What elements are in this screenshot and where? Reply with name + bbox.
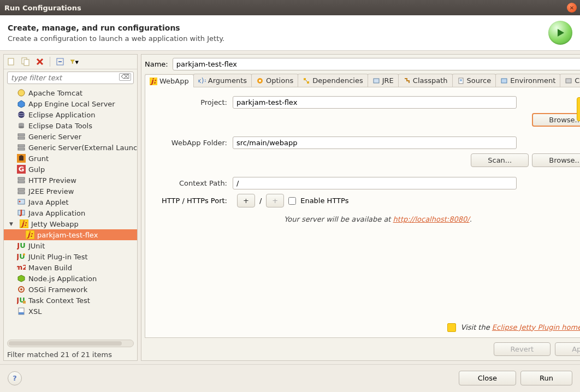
filter-input[interactable]: [7, 72, 134, 84]
tree-item-http-preview[interactable]: HTTP Preview: [4, 175, 137, 186]
tree-item-label: Java Applet: [28, 198, 69, 206]
tree-item-junit[interactable]: JUJUnit: [4, 240, 137, 251]
svg-point-39: [20, 288, 22, 290]
scrollbar[interactable]: [7, 340, 134, 347]
jetty-icon: j:: [20, 219, 28, 228]
tree-item-generic-server-external-launch-[interactable]: Generic Server(External Launch): [4, 142, 137, 153]
tab-icon-arguments: (x)=: [198, 77, 206, 85]
tab-label: Environment: [510, 76, 555, 85]
tab-icon-source: [457, 77, 465, 85]
svg-line-51: [306, 80, 307, 81]
tree-item-java-application[interactable]: JJava Application: [4, 207, 137, 218]
http-port-button[interactable]: +: [237, 194, 255, 207]
tree-item-eclipse-application[interactable]: Eclipse Application: [4, 109, 137, 120]
webapp-browse-button[interactable]: Browse...: [532, 153, 580, 167]
clear-filter-icon[interactable]: ⌫: [119, 73, 131, 81]
javaapp-icon: J: [17, 209, 26, 217]
svg-text:G: G: [19, 165, 25, 173]
tab-webapp[interactable]: j:WebApp: [145, 74, 194, 87]
name-input[interactable]: [173, 58, 580, 70]
tree-item-parkjam-test-flex[interactable]: j:parkjam-test-flex: [4, 229, 137, 240]
collapse-all-icon[interactable]: [56, 57, 64, 66]
homepage-link[interactable]: Eclipse Jetty Plugin homepage: [492, 323, 580, 331]
context-path-input[interactable]: [233, 177, 517, 189]
tree-item-label: Task Context Test: [28, 296, 90, 305]
tree-item-label: Eclipse Data Tools: [28, 122, 92, 130]
tab-label: Options: [266, 76, 293, 85]
config-tree[interactable]: Apache TomcatApp Engine Local ServerEcli…: [4, 86, 137, 338]
tab-source[interactable]: Source: [452, 74, 496, 87]
enable-https-checkbox[interactable]: [288, 197, 296, 205]
right-panel: Name: j:WebApp(x)=ArgumentsOptionsDepend…: [141, 54, 580, 361]
tree-item-j2ee-preview[interactable]: J2EE Preview: [4, 186, 137, 197]
tree-item-generic-server[interactable]: Generic Server: [4, 131, 137, 142]
tab-label: JRE: [382, 76, 394, 85]
project-browse-button[interactable]: Browse...: [532, 113, 580, 127]
tab-icon-webapp: j:: [150, 78, 157, 85]
tree-item-osgi-framework[interactable]: OSGi Framework: [4, 284, 137, 295]
scan-button[interactable]: Scan...: [471, 153, 529, 167]
svg-rect-50: [307, 81, 309, 84]
server-url-link[interactable]: http://localhost:8080/: [393, 215, 470, 223]
new-config-icon[interactable]: [7, 57, 16, 66]
help-button[interactable]: ?: [8, 371, 22, 385]
duplicate-config-icon[interactable]: [21, 57, 30, 66]
tree-item-label: Java Application: [28, 209, 85, 217]
tab-environment[interactable]: Environment: [495, 74, 560, 87]
tab-icon-common: [565, 77, 572, 85]
svg-text:j:: j:: [20, 219, 27, 228]
svg-marker-8: [18, 100, 25, 108]
tab-icon-dependencies: [303, 77, 310, 85]
tree-item-node-js-application[interactable]: Node.js Application: [4, 273, 137, 284]
tab-common[interactable]: Common: [560, 74, 580, 87]
tree-item-label: Apache Tomcat: [28, 89, 82, 97]
tree-item-jetty-webapp[interactable]: j:Jetty Webapp: [4, 218, 137, 229]
run-button[interactable]: Run: [520, 371, 572, 385]
tree-item-junit-plug-in-test[interactable]: JUJUnit Plug-in Test: [4, 251, 137, 262]
delete-config-icon[interactable]: [35, 57, 44, 66]
xsl-icon: [17, 307, 26, 316]
svg-point-13: [19, 126, 24, 128]
tab-classpath[interactable]: Classpath: [398, 74, 453, 87]
tab-options[interactable]: Options: [251, 74, 298, 87]
left-toolbar: ▾: [4, 55, 137, 69]
svg-text:JU: JU: [17, 241, 26, 250]
svg-rect-1: [8, 58, 14, 65]
server-icon: [17, 143, 26, 152]
tree-item-eclipse-data-tools[interactable]: Eclipse Data Tools: [4, 120, 137, 131]
homepage-message: Visit the Eclipse Jetty Plugin homepage.: [447, 323, 580, 332]
header-subtitle: Create a configuration to launch a web a…: [8, 34, 548, 43]
filter-icon[interactable]: ▾: [70, 57, 79, 66]
tab-bar: j:WebApp(x)=ArgumentsOptionsDependencies…: [145, 74, 580, 87]
tree-item-task-context-test[interactable]: JUTask Context Test: [4, 295, 137, 306]
tree-item-maven-build[interactable]: m2Maven Build: [4, 262, 137, 273]
tree-item-gulp[interactable]: GGulp: [4, 164, 137, 175]
tab-dependencies[interactable]: Dependencies: [298, 74, 368, 87]
tree-item-label: XSL: [28, 307, 42, 316]
tab-jre[interactable]: JRE: [368, 74, 399, 87]
tree-item-label: Node.js Application: [28, 275, 97, 283]
tree-item-app-engine-local-server[interactable]: App Engine Local Server: [4, 98, 137, 109]
header: Create, manage, and run configurations C…: [0, 15, 580, 51]
svg-marker-6: [70, 60, 74, 64]
webapp-folder-input[interactable]: [233, 136, 517, 149]
enable-https-label: Enable HTTPs: [300, 197, 348, 205]
grunt-icon: [17, 154, 26, 163]
tree-item-xsl[interactable]: XSL: [4, 306, 137, 317]
tab-arguments[interactable]: (x)=Arguments: [193, 74, 252, 87]
project-input[interactable]: [233, 96, 517, 109]
j2ee-icon: [17, 187, 26, 195]
server-icon: [17, 132, 26, 141]
tree-item-apache-tomcat[interactable]: Apache Tomcat: [4, 87, 137, 98]
close-icon[interactable]: ✕: [567, 3, 577, 13]
tree-item-grunt[interactable]: Grunt: [4, 153, 137, 164]
tree-item-java-applet[interactable]: Java Applet: [4, 197, 137, 207]
tab-label: Arguments: [208, 76, 247, 85]
apply-button: Apply: [555, 342, 580, 356]
close-button[interactable]: Close: [459, 371, 516, 385]
window-title: Run Configurations: [4, 4, 81, 12]
svg-point-26: [19, 201, 21, 203]
svg-rect-24: [18, 192, 25, 194]
svg-marker-0: [558, 29, 564, 37]
svg-point-48: [259, 80, 261, 82]
